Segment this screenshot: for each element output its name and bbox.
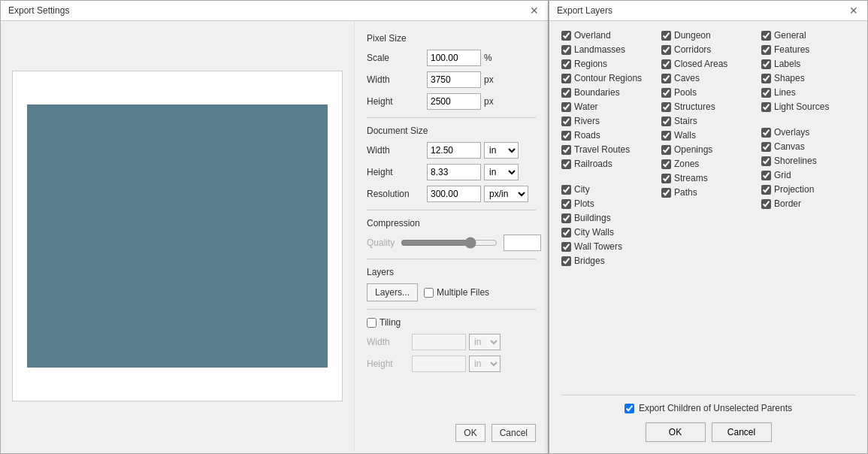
pixel-width-input[interactable] <box>427 71 481 88</box>
layer-item-overlays[interactable]: Overlays <box>761 127 855 138</box>
layer-item-city-walls[interactable]: City Walls <box>561 227 655 238</box>
export-settings-close[interactable]: ✕ <box>528 5 540 16</box>
layer-checkbox-water[interactable] <box>561 102 571 112</box>
layer-item-border[interactable]: Border <box>761 198 855 209</box>
layer-checkbox-buildings[interactable] <box>561 213 571 223</box>
layer-item-corridors[interactable]: Corridors <box>661 44 755 55</box>
layer-checkbox-plots[interactable] <box>561 199 571 209</box>
layer-checkbox-pools[interactable] <box>661 88 671 98</box>
layer-checkbox-boundaries[interactable] <box>561 88 571 98</box>
export-children-checkbox[interactable] <box>625 404 634 413</box>
layer-checkbox-wall-towers[interactable] <box>561 242 571 252</box>
layer-checkbox-zones[interactable] <box>661 159 671 169</box>
layer-item-overland[interactable]: Overland <box>561 30 655 41</box>
tiling-height-input[interactable] <box>412 356 466 372</box>
layer-item-bridges[interactable]: Bridges <box>561 256 655 266</box>
export-settings-cancel-button[interactable]: Cancel <box>491 424 536 442</box>
layer-checkbox-corridors[interactable] <box>661 45 671 55</box>
layer-item-landmasses[interactable]: Landmasses <box>561 44 655 55</box>
layer-item-wall-towers[interactable]: Wall Towers <box>561 241 655 252</box>
layer-item-light-sources[interactable]: Light Sources <box>761 101 855 112</box>
tiling-height-unit-select[interactable]: incm <box>469 356 501 372</box>
export-layers-cancel-button[interactable]: Cancel <box>712 422 772 442</box>
layer-item-stairs[interactable]: Stairs <box>661 116 755 126</box>
tiling-width-unit-select[interactable]: incm <box>469 334 501 350</box>
layer-item-buildings[interactable]: Buildings <box>561 213 655 223</box>
layer-checkbox-railroads[interactable] <box>561 159 571 169</box>
resolution-input[interactable] <box>427 186 481 202</box>
layer-checkbox-openings[interactable] <box>661 145 671 155</box>
layer-checkbox-dungeon[interactable] <box>661 31 671 41</box>
quality-slider[interactable] <box>401 237 498 249</box>
layer-item-water[interactable]: Water <box>561 101 655 112</box>
layer-item-canvas[interactable]: Canvas <box>761 141 855 152</box>
scale-input[interactable] <box>427 50 481 66</box>
layer-item-travel-routes[interactable]: Travel Routes <box>561 144 655 155</box>
layer-item-city[interactable]: City <box>561 184 655 195</box>
layer-checkbox-roads[interactable] <box>561 131 571 141</box>
layer-checkbox-general[interactable] <box>761 31 771 41</box>
layer-checkbox-projection[interactable] <box>761 185 771 195</box>
tiling-width-input[interactable] <box>412 334 466 350</box>
quality-value-input[interactable] <box>504 235 541 251</box>
layer-checkbox-caves[interactable] <box>661 74 671 83</box>
doc-width-input[interactable] <box>427 142 481 159</box>
layer-item-openings[interactable]: Openings <box>661 144 755 155</box>
multiple-files-checkbox[interactable] <box>424 288 434 298</box>
layer-item-rivers[interactable]: Rivers <box>561 116 655 126</box>
layer-checkbox-travel-routes[interactable] <box>561 145 571 155</box>
layer-checkbox-shorelines[interactable] <box>761 156 771 166</box>
layer-item-caves[interactable]: Caves <box>661 73 755 83</box>
layer-checkbox-city-walls[interactable] <box>561 228 571 238</box>
layer-item-zones[interactable]: Zones <box>661 159 755 169</box>
layer-checkbox-regions[interactable] <box>561 59 571 69</box>
layer-checkbox-grid[interactable] <box>761 171 771 180</box>
layer-item-pools[interactable]: Pools <box>661 87 755 98</box>
layer-checkbox-landmasses[interactable] <box>561 45 571 55</box>
layer-checkbox-city[interactable] <box>561 185 571 195</box>
export-layers-close[interactable]: ✕ <box>848 5 860 16</box>
tiling-label[interactable]: Tiling <box>367 317 536 328</box>
layer-item-walls[interactable]: Walls <box>661 130 755 141</box>
layer-checkbox-labels[interactable] <box>761 59 771 69</box>
layer-checkbox-lines[interactable] <box>761 88 771 98</box>
doc-height-unit-select[interactable]: incmmmptpx <box>484 164 519 180</box>
layer-item-regions[interactable]: Regions <box>561 59 655 69</box>
multiple-files-label[interactable]: Multiple Files <box>424 287 489 298</box>
layer-checkbox-walls[interactable] <box>661 131 671 141</box>
layer-item-paths[interactable]: Paths <box>661 187 755 198</box>
layer-item-boundaries[interactable]: Boundaries <box>561 87 655 98</box>
layer-item-plots[interactable]: Plots <box>561 198 655 209</box>
layer-checkbox-shapes[interactable] <box>761 74 771 83</box>
layer-checkbox-light-sources[interactable] <box>761 102 771 112</box>
layer-checkbox-paths[interactable] <box>661 188 671 198</box>
pixel-height-input[interactable] <box>427 93 481 110</box>
layer-item-features[interactable]: Features <box>761 44 855 55</box>
layer-item-contour-regions[interactable]: Contour Regions <box>561 73 655 83</box>
layer-item-structures[interactable]: Structures <box>661 101 755 112</box>
layer-checkbox-stairs[interactable] <box>661 117 671 126</box>
layer-item-shapes[interactable]: Shapes <box>761 73 855 83</box>
resolution-unit-select[interactable]: px/inpx/cm <box>484 186 528 202</box>
layer-item-closed-areas[interactable]: Closed Areas <box>661 59 755 69</box>
layer-checkbox-closed-areas[interactable] <box>661 59 671 69</box>
layer-item-labels[interactable]: Labels <box>761 59 855 69</box>
layer-checkbox-overland[interactable] <box>561 31 571 41</box>
layer-item-projection[interactable]: Projection <box>761 184 855 195</box>
layer-checkbox-streams[interactable] <box>661 174 671 183</box>
layer-checkbox-canvas[interactable] <box>761 142 771 152</box>
layer-item-general[interactable]: General <box>761 30 855 41</box>
layer-checkbox-overlays[interactable] <box>761 128 771 138</box>
layer-item-roads[interactable]: Roads <box>561 130 655 141</box>
export-layers-ok-button[interactable]: OK <box>646 422 706 442</box>
layer-item-streams[interactable]: Streams <box>661 173 755 183</box>
layer-checkbox-features[interactable] <box>761 45 771 55</box>
layer-item-railroads[interactable]: Railroads <box>561 159 655 169</box>
layer-checkbox-contour-regions[interactable] <box>561 74 571 83</box>
layer-checkbox-bridges[interactable] <box>561 256 571 266</box>
export-settings-ok-button[interactable]: OK <box>455 424 485 442</box>
layer-item-lines[interactable]: Lines <box>761 87 855 98</box>
layer-item-shorelines[interactable]: Shorelines <box>761 156 855 166</box>
tiling-checkbox[interactable] <box>367 318 377 328</box>
layer-checkbox-structures[interactable] <box>661 102 671 112</box>
